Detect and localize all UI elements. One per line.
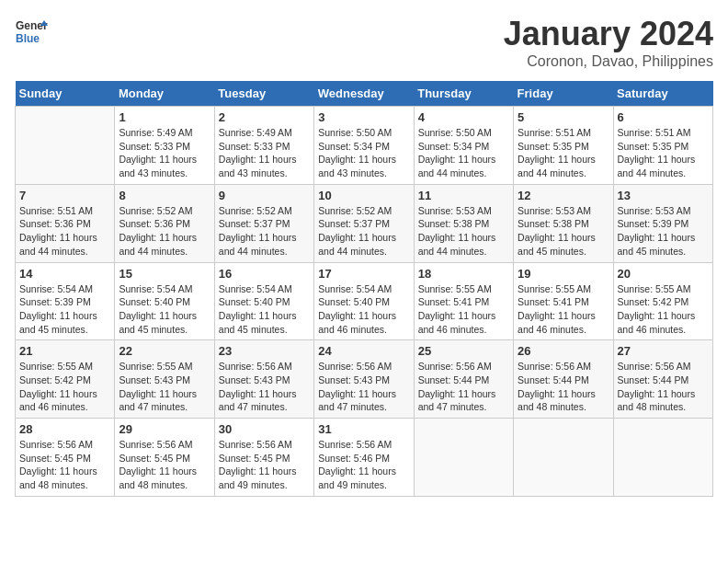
day-info: Sunrise: 5:51 AMSunset: 5:36 PMDaylight:… bbox=[19, 204, 110, 259]
calendar-cell: 9Sunrise: 5:52 AMSunset: 5:37 PMDaylight… bbox=[214, 184, 313, 262]
day-info: Sunrise: 5:56 AMSunset: 5:44 PMDaylight:… bbox=[418, 360, 509, 414]
calendar-cell: 25Sunrise: 5:56 AMSunset: 5:44 PMDayligh… bbox=[414, 340, 513, 419]
calendar-cell: 17Sunrise: 5:54 AMSunset: 5:40 PMDayligh… bbox=[314, 262, 414, 340]
calendar-cell: 10Sunrise: 5:52 AMSunset: 5:37 PMDayligh… bbox=[314, 184, 414, 262]
day-number: 14 bbox=[19, 267, 110, 281]
day-number: 28 bbox=[19, 422, 110, 436]
day-number: 6 bbox=[618, 110, 709, 124]
calendar-table: SundayMondayTuesdayWednesdayThursdayFrid… bbox=[15, 81, 713, 497]
day-header-friday: Friday bbox=[514, 81, 613, 107]
day-info: Sunrise: 5:56 AMSunset: 5:44 PMDaylight:… bbox=[518, 360, 609, 414]
calendar-cell: 8Sunrise: 5:52 AMSunset: 5:36 PMDaylight… bbox=[115, 184, 214, 262]
day-info: Sunrise: 5:56 AMSunset: 5:45 PMDaylight:… bbox=[219, 438, 310, 492]
calendar-cell: 30Sunrise: 5:56 AMSunset: 5:45 PMDayligh… bbox=[214, 419, 313, 497]
day-info: Sunrise: 5:53 AMSunset: 5:38 PMDaylight:… bbox=[418, 204, 509, 259]
day-number: 16 bbox=[219, 267, 310, 281]
subtitle: Coronon, Davao, Philippines bbox=[504, 53, 713, 70]
day-info: Sunrise: 5:56 AMSunset: 5:44 PMDaylight:… bbox=[618, 360, 709, 414]
day-header-monday: Monday bbox=[115, 81, 214, 107]
day-info: Sunrise: 5:52 AMSunset: 5:36 PMDaylight:… bbox=[119, 204, 210, 259]
day-number: 4 bbox=[418, 110, 509, 124]
week-row-4: 21Sunrise: 5:55 AMSunset: 5:42 PMDayligh… bbox=[16, 340, 713, 419]
day-number: 15 bbox=[119, 267, 210, 281]
calendar-cell: 6Sunrise: 5:51 AMSunset: 5:35 PMDaylight… bbox=[613, 107, 712, 185]
calendar-cell: 13Sunrise: 5:53 AMSunset: 5:39 PMDayligh… bbox=[613, 184, 712, 262]
day-info: Sunrise: 5:54 AMSunset: 5:40 PMDaylight:… bbox=[318, 282, 409, 337]
day-header-wednesday: Wednesday bbox=[314, 81, 414, 107]
day-info: Sunrise: 5:54 AMSunset: 5:39 PMDaylight:… bbox=[19, 282, 110, 337]
day-number: 17 bbox=[318, 267, 409, 281]
calendar-cell: 15Sunrise: 5:54 AMSunset: 5:40 PMDayligh… bbox=[115, 262, 214, 340]
day-info: Sunrise: 5:55 AMSunset: 5:41 PMDaylight:… bbox=[518, 282, 609, 337]
day-number: 24 bbox=[318, 344, 409, 358]
day-number: 27 bbox=[618, 344, 709, 358]
day-info: Sunrise: 5:50 AMSunset: 5:34 PMDaylight:… bbox=[418, 126, 509, 180]
day-number: 21 bbox=[19, 344, 110, 358]
calendar-cell bbox=[514, 419, 613, 497]
day-info: Sunrise: 5:56 AMSunset: 5:43 PMDaylight:… bbox=[219, 360, 310, 414]
day-number: 7 bbox=[19, 189, 110, 202]
calendar-cell: 18Sunrise: 5:55 AMSunset: 5:41 PMDayligh… bbox=[414, 262, 513, 340]
day-number: 8 bbox=[119, 189, 210, 202]
logo: General Blue bbox=[15, 15, 48, 48]
calendar-cell bbox=[613, 419, 712, 497]
calendar-cell: 24Sunrise: 5:56 AMSunset: 5:43 PMDayligh… bbox=[314, 340, 414, 419]
calendar-cell bbox=[414, 419, 513, 497]
calendar-cell: 23Sunrise: 5:56 AMSunset: 5:43 PMDayligh… bbox=[214, 340, 313, 419]
day-info: Sunrise: 5:54 AMSunset: 5:40 PMDaylight:… bbox=[119, 282, 210, 337]
calendar-cell: 19Sunrise: 5:55 AMSunset: 5:41 PMDayligh… bbox=[514, 262, 613, 340]
day-header-thursday: Thursday bbox=[414, 81, 513, 107]
week-row-3: 14Sunrise: 5:54 AMSunset: 5:39 PMDayligh… bbox=[16, 262, 713, 340]
calendar-cell: 3Sunrise: 5:50 AMSunset: 5:34 PMDaylight… bbox=[314, 107, 414, 185]
week-row-2: 7Sunrise: 5:51 AMSunset: 5:36 PMDaylight… bbox=[16, 184, 713, 262]
day-number: 29 bbox=[119, 422, 210, 436]
day-info: Sunrise: 5:51 AMSunset: 5:35 PMDaylight:… bbox=[618, 126, 709, 180]
day-number: 30 bbox=[219, 422, 310, 436]
day-number: 19 bbox=[518, 267, 609, 281]
calendar-cell: 12Sunrise: 5:53 AMSunset: 5:38 PMDayligh… bbox=[514, 184, 613, 262]
calendar-cell: 29Sunrise: 5:56 AMSunset: 5:45 PMDayligh… bbox=[115, 419, 214, 497]
day-info: Sunrise: 5:56 AMSunset: 5:43 PMDaylight:… bbox=[318, 360, 409, 414]
day-number: 25 bbox=[418, 344, 509, 358]
day-info: Sunrise: 5:55 AMSunset: 5:43 PMDaylight:… bbox=[119, 360, 210, 414]
day-info: Sunrise: 5:56 AMSunset: 5:45 PMDaylight:… bbox=[119, 438, 210, 492]
day-number: 9 bbox=[219, 189, 310, 202]
day-number: 12 bbox=[518, 189, 609, 202]
calendar-cell: 31Sunrise: 5:56 AMSunset: 5:46 PMDayligh… bbox=[314, 419, 414, 497]
header: General Blue January 2024 Coronon, Davao… bbox=[15, 15, 713, 70]
calendar-cell: 5Sunrise: 5:51 AMSunset: 5:35 PMDaylight… bbox=[514, 107, 613, 185]
day-info: Sunrise: 5:52 AMSunset: 5:37 PMDaylight:… bbox=[318, 204, 409, 259]
day-number: 20 bbox=[618, 267, 709, 281]
calendar-cell: 28Sunrise: 5:56 AMSunset: 5:45 PMDayligh… bbox=[16, 419, 115, 497]
svg-text:Blue: Blue bbox=[16, 32, 40, 45]
day-number: 13 bbox=[618, 189, 709, 202]
day-info: Sunrise: 5:56 AMSunset: 5:46 PMDaylight:… bbox=[318, 438, 409, 492]
day-number: 5 bbox=[518, 110, 609, 124]
calendar-cell: 27Sunrise: 5:56 AMSunset: 5:44 PMDayligh… bbox=[613, 340, 712, 419]
day-number: 2 bbox=[219, 110, 310, 124]
day-info: Sunrise: 5:53 AMSunset: 5:39 PMDaylight:… bbox=[618, 204, 709, 259]
day-info: Sunrise: 5:53 AMSunset: 5:38 PMDaylight:… bbox=[518, 204, 609, 259]
day-number: 23 bbox=[219, 344, 310, 358]
day-info: Sunrise: 5:49 AMSunset: 5:33 PMDaylight:… bbox=[219, 126, 310, 180]
day-info: Sunrise: 5:55 AMSunset: 5:42 PMDaylight:… bbox=[618, 282, 709, 337]
calendar-cell: 7Sunrise: 5:51 AMSunset: 5:36 PMDaylight… bbox=[16, 184, 115, 262]
calendar-cell: 20Sunrise: 5:55 AMSunset: 5:42 PMDayligh… bbox=[613, 262, 712, 340]
day-info: Sunrise: 5:54 AMSunset: 5:40 PMDaylight:… bbox=[219, 282, 310, 337]
day-header-tuesday: Tuesday bbox=[214, 81, 313, 107]
logo-svg: General Blue bbox=[15, 15, 48, 48]
day-number: 18 bbox=[418, 267, 509, 281]
calendar-cell: 21Sunrise: 5:55 AMSunset: 5:42 PMDayligh… bbox=[16, 340, 115, 419]
calendar-cell: 11Sunrise: 5:53 AMSunset: 5:38 PMDayligh… bbox=[414, 184, 513, 262]
calendar-cell bbox=[16, 107, 115, 185]
calendar-cell: 2Sunrise: 5:49 AMSunset: 5:33 PMDaylight… bbox=[214, 107, 313, 185]
calendar-cell: 1Sunrise: 5:49 AMSunset: 5:33 PMDaylight… bbox=[115, 107, 214, 185]
day-number: 26 bbox=[518, 344, 609, 358]
calendar-cell: 16Sunrise: 5:54 AMSunset: 5:40 PMDayligh… bbox=[214, 262, 313, 340]
title-area: January 2024 Coronon, Davao, Philippines bbox=[504, 15, 713, 70]
day-info: Sunrise: 5:51 AMSunset: 5:35 PMDaylight:… bbox=[518, 126, 609, 180]
week-row-1: 1Sunrise: 5:49 AMSunset: 5:33 PMDaylight… bbox=[16, 107, 713, 185]
day-info: Sunrise: 5:55 AMSunset: 5:41 PMDaylight:… bbox=[418, 282, 509, 337]
calendar-cell: 26Sunrise: 5:56 AMSunset: 5:44 PMDayligh… bbox=[514, 340, 613, 419]
day-number: 3 bbox=[318, 110, 409, 124]
